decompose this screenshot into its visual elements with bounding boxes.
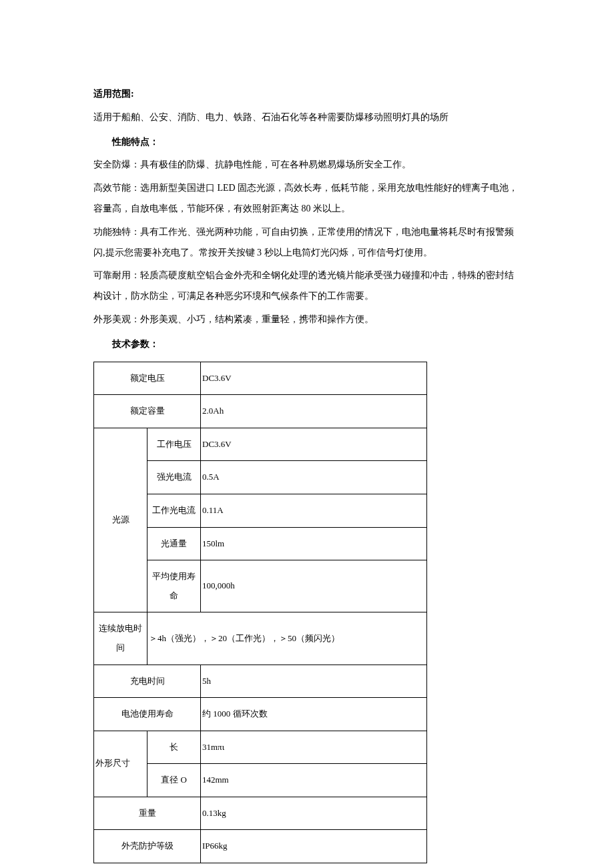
working-current-value: 0.11A <box>201 494 427 527</box>
strong-current-label: 强光电流 <box>147 461 201 494</box>
light-source-label: 光源 <box>94 428 147 612</box>
table-row: 连续放电时间 ＞4h（强光），＞20（工作光），＞50（频闪光） <box>94 612 427 665</box>
avg-life-value: 100,000h <box>201 560 427 612</box>
feature-item: 可靠耐用：轻质高硬度航空铝合金外壳和全钢化处理的透光镜片能承受强力碰撞和冲击，特… <box>93 266 521 307</box>
working-voltage-label: 工作电压 <box>147 428 201 461</box>
discharge-time-value: ＞4h（强光），＞20（工作光），＞50（频闪光） <box>147 612 427 665</box>
charge-time-label: 充电时间 <box>94 665 201 698</box>
dimensions-label: 外形尺寸 <box>94 731 147 797</box>
feature-item: 高效节能：选用新型美国进口 LED 固态光源，高效长寿，低耗节能，采用充放电性能… <box>93 178 521 220</box>
feature-item: 功能独特：具有工作光、强光两种功能，可自由切换，正常使用的情况下，电池电量将耗尽… <box>93 222 521 264</box>
feature-item: 安全防爆：具有极佳的防爆、抗静电性能，可在各种易燃易爆场所安全工作。 <box>93 155 521 175</box>
rated-voltage-label: 额定电压 <box>94 362 201 395</box>
battery-life-label: 电池使用寿命 <box>94 698 201 731</box>
table-row: 重量 0.13kg <box>94 797 427 830</box>
protection-label: 外壳防护等级 <box>94 830 201 863</box>
diameter-label: 直径 O <box>147 764 201 797</box>
features-title: 性能特点： <box>93 132 521 153</box>
rated-capacity-value: 2.0Ah <box>201 395 427 428</box>
table-row: 充电时间 5h <box>94 665 427 698</box>
working-current-label: 工作光电流 <box>147 494 201 527</box>
length-value: 31mπι <box>201 731 427 764</box>
scope-title: 适用范围: <box>93 84 521 105</box>
table-row: 电池使用寿命 约 1000 循环次数 <box>94 698 427 731</box>
rated-capacity-label: 额定容量 <box>94 395 201 428</box>
avg-life-label: 平均使用寿命 <box>147 560 201 612</box>
table-row: 外形尺寸 长 31mπι <box>94 731 427 764</box>
luminous-flux-label: 光通量 <box>147 527 201 560</box>
discharge-time-label: 连续放电时间 <box>94 612 147 665</box>
table-row: 光源 工作电压 DC3.6V <box>94 428 427 461</box>
table-row: 外壳防护等级 IP66kg <box>94 830 427 863</box>
strong-current-value: 0.5A <box>201 461 427 494</box>
luminous-flux-value: 150lm <box>201 527 427 560</box>
feature-item: 外形美观：外形美观、小巧，结构紧凑，重量轻，携带和操作方便。 <box>93 310 521 330</box>
length-label: 长 <box>147 731 201 764</box>
weight-label: 重量 <box>94 797 201 830</box>
weight-value: 0.13kg <box>201 797 427 830</box>
battery-life-value: 约 1000 循环次数 <box>201 698 427 731</box>
table-row: 额定容量 2.0Ah <box>94 395 427 428</box>
specs-title: 技术参数： <box>93 334 521 355</box>
specs-table: 额定电压 DC3.6V 额定容量 2.0Ah 光源 工作电压 DC3.6V 强光… <box>93 362 427 864</box>
scope-text: 适用于船舶、公安、消防、电力、铁路、石油石化等各种需要防爆移动照明灯具的场所 <box>93 107 521 128</box>
table-row: 额定电压 DC3.6V <box>94 362 427 395</box>
charge-time-value: 5h <box>201 665 427 698</box>
diameter-value: 142mm <box>201 764 427 797</box>
rated-voltage-value: DC3.6V <box>201 362 427 395</box>
working-voltage-value: DC3.6V <box>201 428 427 461</box>
protection-value: IP66kg <box>201 830 427 863</box>
